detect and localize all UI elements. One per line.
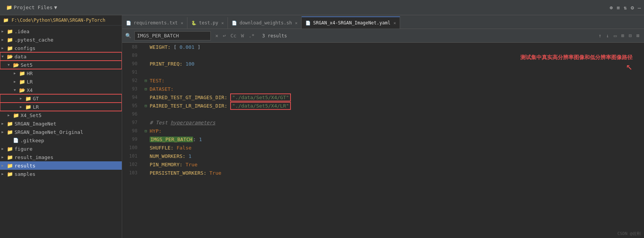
tab-label-test_py: test.py	[199, 20, 218, 26]
tab-requirements[interactable]: 📄requirements.txt✕	[122, 17, 187, 29]
prev-result-icon[interactable]: ↑	[597, 32, 603, 39]
watermark: CSDN @佐刚	[617, 231, 641, 236]
match-case-icon[interactable]: Cc	[229, 32, 238, 39]
tab-close-download_weights[interactable]: ✕	[295, 21, 298, 26]
tree-arrow-SRGAN_ImageNet_Original: ▶	[2, 130, 7, 134]
settings-icon[interactable]: ⚙	[631, 5, 634, 11]
line-num-92: 92	[122, 76, 140, 85]
code-line-101: NUM_WORKERS: 1	[140, 152, 644, 160]
close-search-icon[interactable]: ✕	[214, 32, 220, 39]
line-num-95: 95	[122, 101, 140, 110]
tree-item-pytest_cache[interactable]: ▶📁.pytest_cache	[0, 35, 122, 44]
gutter-93: ⊟	[142, 87, 150, 92]
options-icon[interactable]: ⊟	[627, 32, 633, 39]
folder-icon-SRGAN_ImageNet: 📁	[7, 121, 13, 127]
code-line-96	[140, 110, 644, 118]
tab-download_weights[interactable]: 📄download_weights.sh✕	[228, 17, 302, 29]
tab-close-srgan_yaml[interactable]: ✕	[394, 21, 396, 26]
tree-item-samples[interactable]: ▶📁samples	[0, 170, 122, 178]
tree-label-X4_Set5: X4_Set5	[21, 113, 42, 118]
tree-arrow-samples: ▶	[2, 172, 7, 176]
tree-arrow-data: ▼	[2, 55, 7, 58]
tree-item-X4_Set5[interactable]: ▶📁X4_Set5	[0, 111, 122, 119]
line-numbers: 888990919293949596979899100101102103	[122, 43, 140, 238]
tab-srgan_yaml[interactable]: 📄SRGAN_x4-SRGAN_ImageNet.yaml✕	[302, 16, 400, 29]
tree-item-configs[interactable]: ▶📁configs	[0, 44, 122, 52]
line-num-93: 93	[122, 85, 140, 93]
tree-item-results[interactable]: ▶📁results	[0, 161, 122, 170]
tab-test_py[interactable]: 🐍test.py✕	[187, 17, 228, 29]
folder-icon-configs: 📁	[7, 45, 13, 51]
top-bar-icons: ⊕ ≡ ⇅ ⚙ —	[610, 5, 641, 11]
tab-close-requirements[interactable]: ✕	[181, 21, 184, 26]
folder-icon-SRGAN_ImageNet_Original: 📁	[7, 129, 13, 135]
find-in-file-icon[interactable]: ▭	[612, 32, 618, 39]
code-content-100: SHUFFLE: False	[150, 145, 192, 151]
tab-icon-test_py: 🐍	[191, 21, 197, 26]
tree-item-LR[interactable]: ▶📁LR	[0, 77, 122, 86]
undo-icon[interactable]: ↩	[221, 32, 228, 39]
tree-label-SRGAN_ImageNet: SRGAN_ImageNet	[15, 121, 56, 127]
pin-icon[interactable]: ⊞	[620, 32, 626, 39]
path-icon: 📁	[3, 18, 11, 23]
annotation-text: 测试集中真实高分辨率图像和低分辨率图像路径	[520, 54, 633, 61]
tree-arrow-GT: ▶	[20, 96, 25, 100]
search-input[interactable]	[137, 33, 198, 39]
tab-close-test_py[interactable]: ✕	[221, 21, 224, 26]
tree-item-Set5[interactable]: ▼📂Set5	[0, 61, 122, 69]
code-content-103: PERSISTENT_WORKERS: True	[150, 170, 221, 176]
tab-icon-srgan_yaml: 📄	[305, 21, 311, 26]
line-num-97: 97	[122, 118, 140, 127]
tree-item-LR2[interactable]: ▶📁LR	[0, 103, 122, 111]
code-line-93: ⊟ DATASET:	[140, 85, 644, 93]
folder-icon-data: 📂	[7, 54, 13, 60]
tab-icon-download_weights: 📄	[232, 21, 237, 26]
code-content-90: PRINT_FREQ: 100	[150, 61, 194, 67]
tree-item-result_images[interactable]: ▶📁result_images	[0, 153, 122, 161]
tree-label-samples: samples	[15, 171, 36, 177]
collapse-icon[interactable]: ≡	[617, 5, 620, 11]
tree-item-gitkeep[interactable]: 📄.gitkeep	[0, 136, 122, 145]
line-num-94: 94	[122, 93, 140, 101]
folder-icon-LR: 📁	[19, 79, 25, 85]
tree-item-figure[interactable]: ▶📁figure	[0, 145, 122, 153]
regex-icon[interactable]: .*	[247, 32, 256, 39]
tree-item-GT[interactable]: ▶📁GT	[0, 94, 122, 103]
tree-arrow-idea: ▶	[2, 29, 7, 33]
tree-arrow-LR2: ▶	[20, 105, 25, 109]
line-num-99: 99	[122, 135, 140, 143]
settings2-icon[interactable]: ⊠	[635, 32, 641, 39]
tree-item-X4[interactable]: ▼📂X4	[0, 86, 122, 94]
sort-icon[interactable]: ⇅	[624, 5, 627, 11]
file-tree: ▶📁.idea▶📁.pytest_cache▶📁configs▼📂data▼📂S…	[0, 26, 122, 238]
folder-icon-GT: 📁	[25, 96, 31, 101]
folder-icon-X4: 📂	[19, 87, 25, 93]
code-content-98: HYP:	[150, 128, 161, 134]
code-content-99: IMGS_PER_BATCH: 1	[150, 137, 202, 142]
main-layout: 📁 F:\Code\Python\SRGAN\SRGAN-PyTorch ▶📁.…	[0, 15, 644, 238]
sidebar-path: 📁 F:\Code\Python\SRGAN\SRGAN-PyTorch	[0, 15, 122, 26]
tree-item-SRGAN_ImageNet[interactable]: ▶📁SRGAN_ImageNet	[0, 119, 122, 128]
folder-icon-results: 📁	[7, 163, 13, 169]
tabs-bar: 📄requirements.txt✕🐍test.py✕📄download_wei…	[122, 15, 644, 29]
search-input-wrap[interactable]	[134, 31, 211, 40]
gutter-98: ⊟	[142, 129, 150, 133]
tree-item-HR[interactable]: ▶📁HR	[0, 69, 122, 77]
code-content-102: PIN_MEMORY: True	[150, 162, 197, 167]
project-files-btn[interactable]: 📁 Project Files ▼	[3, 3, 60, 12]
code-line-94: PAIRED_TEST_GT_IMAGES_DIR: "./data/Set5/…	[140, 93, 644, 101]
next-result-icon[interactable]: ↓	[605, 32, 611, 39]
line-num-103: 103	[122, 169, 140, 177]
tree-item-idea[interactable]: ▶📁.idea	[0, 27, 122, 35]
tree-arrow-configs: ▶	[2, 46, 7, 50]
tree-label-result_images: result_images	[15, 154, 53, 160]
locate-icon[interactable]: ⊕	[610, 5, 613, 11]
search-nav: ↑ ↓ ▭ ⊞ ⊟ ⊠	[597, 32, 641, 39]
tree-item-SRGAN_ImageNet_Original[interactable]: ▶📁SRGAN_ImageNet_Original	[0, 128, 122, 136]
tab-label-requirements: requirements.txt	[134, 20, 178, 26]
whole-word-icon[interactable]: W	[239, 32, 245, 39]
tree-label-HR: HR	[27, 71, 33, 76]
code-content-97: # Test hyperparameters	[150, 120, 215, 125]
minimize-icon[interactable]: —	[638, 5, 641, 11]
tree-item-data[interactable]: ▼📂data	[0, 52, 122, 61]
